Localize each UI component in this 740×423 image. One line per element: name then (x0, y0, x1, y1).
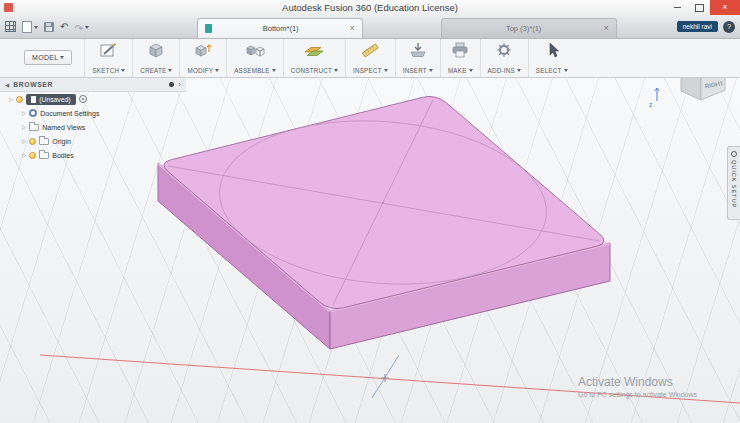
sketch-icon (99, 42, 119, 58)
expand-arrow-icon[interactable]: ▷ (22, 110, 26, 116)
folder-icon (29, 124, 39, 131)
window-title: Autodesk Fusion 360 (Education License) (0, 2, 740, 13)
toolbar-group-addins[interactable]: ADD-INS (480, 38, 528, 77)
activate-component-radio[interactable] (79, 95, 87, 103)
chevron-down-icon (60, 56, 64, 59)
expand-arrow-icon[interactable]: ▷ (22, 152, 26, 158)
toolbar-group-select[interactable]: SELECT (528, 38, 575, 77)
document-icon (31, 96, 36, 103)
opacity-slider-handle[interactable] (169, 82, 174, 87)
construction-plane-icon (304, 42, 324, 58)
expand-arrow-icon[interactable]: ▷ (22, 138, 26, 144)
toolbar-group-label: INSERT (403, 67, 427, 74)
toolbar-group-make[interactable]: MAKE (440, 38, 480, 77)
titlebar: Autodesk Fusion 360 (Education License) … (0, 0, 740, 16)
joint-icon (245, 42, 265, 58)
insert-arrow-icon (408, 42, 428, 58)
workspace-switcher[interactable]: MODEL (24, 50, 72, 65)
document-icon (205, 24, 212, 33)
measure-ruler-icon (360, 42, 380, 58)
help-icon[interactable]: ? (723, 21, 735, 33)
chevron-down-icon (517, 69, 521, 72)
close-tab-icon[interactable]: × (604, 24, 609, 33)
minimize-icon (674, 7, 681, 8)
chevron-down-icon (334, 69, 338, 72)
pin-icon (731, 151, 737, 157)
file-menu[interactable] (22, 18, 38, 36)
chevron-down-icon (272, 69, 276, 72)
document-tab-inactive[interactable]: Top (3)*(1) × (441, 18, 617, 38)
browser-item-label: Document Settings (40, 110, 99, 117)
quick-access-toolbar: ↶ ↷ (0, 18, 89, 36)
quick-setup-tab[interactable]: QUICK SETUP (727, 146, 740, 220)
document-root-label: (Unsaved) (39, 96, 70, 103)
browser-item-label: Origin (52, 138, 71, 145)
toolbar-group-label: CREATE (140, 67, 166, 74)
toolbar-group-construct[interactable]: CONSTRUCT (283, 38, 345, 77)
browser-item-origin[interactable]: ▷ Origin (0, 134, 186, 148)
toolbar-group-label: MODIFY (187, 67, 213, 74)
z-axis-label: z (649, 101, 653, 108)
gear-icon (494, 42, 514, 58)
close-button[interactable]: × (710, 0, 740, 15)
browser-item-named-views[interactable]: ▷ Named Views (0, 120, 186, 134)
toolbar-group-label: ADD-INS (488, 67, 515, 74)
solid-cube-icon (146, 42, 166, 58)
document-tab-label: Bottom*(1) (217, 24, 345, 33)
browser-panel: ◀ BROWSER › ▷ (Unsaved) ▷ Document Setti… (0, 78, 186, 162)
document-root-node[interactable]: (Unsaved) (26, 94, 75, 105)
workspace-label: MODEL (32, 54, 58, 61)
toolbar-group-label: MAKE (448, 67, 467, 74)
undo-icon[interactable]: ↶ (60, 22, 68, 32)
browser-item-bodies[interactable]: ▷ Bodies (0, 148, 186, 162)
minimize-button[interactable] (666, 0, 688, 15)
toolbar-group-insert[interactable]: INSERT (395, 38, 440, 77)
chevron-down-icon (168, 69, 172, 72)
browser-item-label: Named Views (42, 124, 85, 131)
chevron-down-icon (469, 69, 473, 72)
chevron-right-icon[interactable]: › (178, 81, 181, 89)
toolbar-group-sketch[interactable]: SKETCH (84, 38, 132, 77)
toolbar-group-label: SELECT (536, 67, 562, 74)
toolbar-group-create[interactable]: CREATE (132, 38, 179, 77)
redo-menu[interactable]: ↷ (74, 18, 88, 36)
user-account-label[interactable]: nekhil ravi (677, 21, 718, 32)
workspace-switcher-wrap: MODEL (0, 38, 84, 77)
toolbar-group-inspect[interactable]: INSPECT (345, 38, 395, 77)
cursor-icon (542, 42, 562, 58)
visibility-bulb-icon[interactable] (16, 96, 23, 103)
collapse-panel-icon[interactable]: ◀ (5, 82, 9, 88)
folder-icon (39, 138, 49, 145)
chevron-down-icon (85, 26, 89, 29)
browser-root-row[interactable]: ▷ (Unsaved) (0, 92, 186, 106)
expand-arrow-icon[interactable]: ▷ (9, 96, 13, 102)
chevron-down-icon (34, 26, 38, 29)
origin-marker[interactable] (381, 374, 389, 382)
document-tab-label: Top (3)*(1) (449, 24, 599, 33)
toolbar-group-label: SKETCH (92, 67, 119, 74)
document-tab-active[interactable]: Bottom*(1) × (197, 18, 363, 38)
window-controls: × (666, 0, 740, 15)
tab-bar: ↶ ↷ Bottom*(1) × Top (3)*(1) × nekhil ra… (0, 15, 740, 39)
watermark-title: Activate Windows (578, 375, 697, 389)
save-icon[interactable] (44, 22, 54, 32)
expand-arrow-icon[interactable]: ▷ (22, 124, 26, 130)
toolbar-group-label: ASSEMBLE (234, 67, 270, 74)
browser-item-document-settings[interactable]: ▷ Document Settings (0, 106, 186, 120)
main-toolbar: MODEL SKETCH CREATE (0, 38, 740, 78)
maximize-icon (695, 4, 704, 12)
file-icon (22, 21, 32, 33)
data-panel-icon[interactable] (5, 21, 16, 32)
maximize-button[interactable] (688, 0, 710, 15)
toolbar-group-label: CONSTRUCT (291, 67, 332, 74)
visibility-bulb-icon[interactable] (29, 152, 36, 159)
toolbar-group-assemble[interactable]: ASSEMBLE (226, 38, 283, 77)
browser-header[interactable]: ◀ BROWSER › (0, 78, 186, 92)
visibility-bulb-icon[interactable] (29, 138, 36, 145)
printer-icon (450, 42, 470, 58)
toolbar-group-modify[interactable]: MODIFY (179, 38, 226, 77)
close-tab-icon[interactable]: × (350, 24, 355, 33)
browser-item-label: Bodies (52, 152, 73, 159)
press-pull-icon (193, 42, 213, 58)
chevron-down-icon (121, 69, 125, 72)
